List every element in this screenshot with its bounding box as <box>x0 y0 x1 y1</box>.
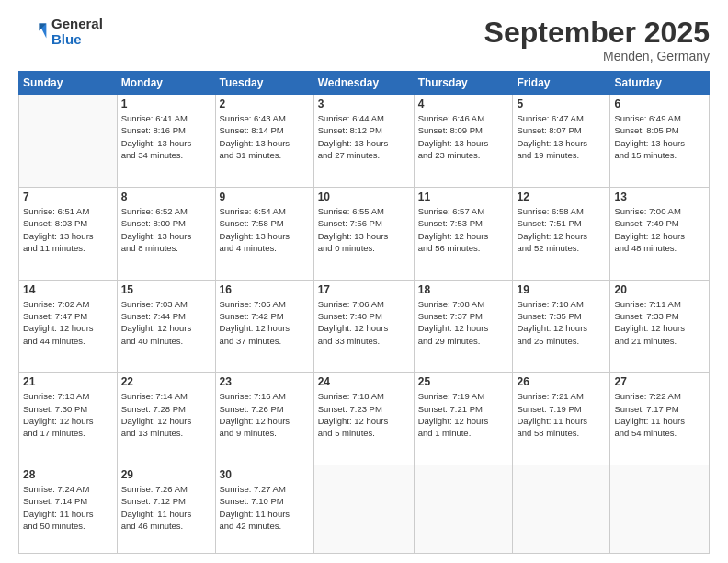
day-info: Sunrise: 7:02 AM Sunset: 7:47 PM Dayligh… <box>23 298 113 347</box>
day-number: 7 <box>23 190 113 203</box>
weekday-header-monday: Monday <box>117 72 215 95</box>
day-info: Sunrise: 7:24 AM Sunset: 7:14 PM Dayligh… <box>23 483 113 532</box>
day-number: 5 <box>517 98 606 110</box>
title-block: September 2025 Menden, Germany <box>484 17 710 63</box>
day-number: 1 <box>121 98 211 110</box>
calendar-cell: 5Sunrise: 6:47 AM Sunset: 8:07 PM Daylig… <box>513 95 610 188</box>
day-number: 19 <box>517 283 606 296</box>
calendar-cell: 2Sunrise: 6:43 AM Sunset: 8:14 PM Daylig… <box>215 95 313 188</box>
calendar-cell: 3Sunrise: 6:44 AM Sunset: 8:12 PM Daylig… <box>313 95 414 188</box>
day-info: Sunrise: 7:05 AM Sunset: 7:42 PM Dayligh… <box>220 298 310 347</box>
calendar-cell: 26Sunrise: 7:21 AM Sunset: 7:19 PM Dayli… <box>513 373 610 465</box>
calendar-cell: 11Sunrise: 6:57 AM Sunset: 7:53 PM Dayli… <box>414 187 513 280</box>
day-number: 17 <box>318 283 410 296</box>
calendar-cell <box>414 465 513 554</box>
calendar-cell: 22Sunrise: 7:14 AM Sunset: 7:28 PM Dayli… <box>117 373 215 465</box>
calendar-cell: 16Sunrise: 7:05 AM Sunset: 7:42 PM Dayli… <box>215 280 313 373</box>
day-number: 12 <box>517 190 606 203</box>
day-info: Sunrise: 7:16 AM Sunset: 7:26 PM Dayligh… <box>220 390 310 439</box>
calendar-cell: 14Sunrise: 7:02 AM Sunset: 7:47 PM Dayli… <box>19 280 118 373</box>
day-number: 15 <box>121 283 211 296</box>
calendar-cell: 19Sunrise: 7:10 AM Sunset: 7:35 PM Dayli… <box>513 280 610 373</box>
day-info: Sunrise: 6:41 AM Sunset: 8:16 PM Dayligh… <box>121 112 211 161</box>
day-number: 2 <box>220 98 310 110</box>
day-info: Sunrise: 7:19 AM Sunset: 7:21 PM Dayligh… <box>418 390 509 439</box>
day-info: Sunrise: 7:06 AM Sunset: 7:40 PM Dayligh… <box>318 298 410 347</box>
logo-text: General Blue <box>51 17 103 47</box>
calendar-cell: 29Sunrise: 7:26 AM Sunset: 7:12 PM Dayli… <box>117 465 215 554</box>
day-number: 29 <box>121 468 211 481</box>
header: General Blue September 2025 Menden, Germ… <box>18 17 710 63</box>
day-number: 30 <box>220 468 310 481</box>
weekday-header-thursday: Thursday <box>414 72 513 95</box>
calendar-cell: 27Sunrise: 7:22 AM Sunset: 7:17 PM Dayli… <box>610 373 710 465</box>
month-title: September 2025 <box>484 17 710 49</box>
day-number: 27 <box>614 375 705 388</box>
calendar-cell: 6Sunrise: 6:49 AM Sunset: 8:05 PM Daylig… <box>610 95 710 188</box>
weekday-header-wednesday: Wednesday <box>313 72 414 95</box>
logo-blue: Blue <box>51 32 103 48</box>
day-info: Sunrise: 7:26 AM Sunset: 7:12 PM Dayligh… <box>121 483 211 532</box>
calendar-cell <box>513 465 610 554</box>
day-number: 24 <box>318 375 410 388</box>
day-number: 13 <box>614 190 705 203</box>
day-info: Sunrise: 6:54 AM Sunset: 7:58 PM Dayligh… <box>220 205 310 254</box>
calendar-cell: 30Sunrise: 7:27 AM Sunset: 7:10 PM Dayli… <box>215 465 313 554</box>
day-number: 11 <box>418 190 509 203</box>
calendar-cell: 9Sunrise: 6:54 AM Sunset: 7:58 PM Daylig… <box>215 187 313 280</box>
calendar-cell: 20Sunrise: 7:11 AM Sunset: 7:33 PM Dayli… <box>610 280 710 373</box>
day-number: 28 <box>23 468 113 481</box>
day-number: 8 <box>121 190 211 203</box>
day-info: Sunrise: 6:52 AM Sunset: 8:00 PM Dayligh… <box>121 205 211 254</box>
day-info: Sunrise: 6:51 AM Sunset: 8:03 PM Dayligh… <box>23 205 113 254</box>
day-info: Sunrise: 6:47 AM Sunset: 8:07 PM Dayligh… <box>517 112 606 161</box>
day-info: Sunrise: 7:14 AM Sunset: 7:28 PM Dayligh… <box>121 390 211 439</box>
day-info: Sunrise: 7:11 AM Sunset: 7:33 PM Dayligh… <box>614 298 705 347</box>
day-number: 20 <box>614 283 705 296</box>
day-info: Sunrise: 7:13 AM Sunset: 7:30 PM Dayligh… <box>23 390 113 439</box>
weekday-header-friday: Friday <box>513 72 610 95</box>
day-number: 6 <box>614 98 705 110</box>
calendar-cell: 4Sunrise: 6:46 AM Sunset: 8:09 PM Daylig… <box>414 95 513 188</box>
calendar-cell: 24Sunrise: 7:18 AM Sunset: 7:23 PM Dayli… <box>313 373 414 465</box>
logo: General Blue <box>18 17 103 47</box>
day-info: Sunrise: 6:43 AM Sunset: 8:14 PM Dayligh… <box>220 112 310 161</box>
calendar-cell <box>610 465 710 554</box>
calendar-cell: 15Sunrise: 7:03 AM Sunset: 7:44 PM Dayli… <box>117 280 215 373</box>
day-info: Sunrise: 6:55 AM Sunset: 7:56 PM Dayligh… <box>318 205 410 254</box>
day-number: 16 <box>220 283 310 296</box>
weekday-header-tuesday: Tuesday <box>215 72 313 95</box>
day-info: Sunrise: 7:08 AM Sunset: 7:37 PM Dayligh… <box>418 298 509 347</box>
day-info: Sunrise: 7:03 AM Sunset: 7:44 PM Dayligh… <box>121 298 211 347</box>
calendar-cell: 10Sunrise: 6:55 AM Sunset: 7:56 PM Dayli… <box>313 187 414 280</box>
day-number: 9 <box>220 190 310 203</box>
day-number: 23 <box>220 375 310 388</box>
logo-icon <box>18 17 48 47</box>
calendar-cell: 8Sunrise: 6:52 AM Sunset: 8:00 PM Daylig… <box>117 187 215 280</box>
day-info: Sunrise: 7:10 AM Sunset: 7:35 PM Dayligh… <box>517 298 606 347</box>
day-info: Sunrise: 6:57 AM Sunset: 7:53 PM Dayligh… <box>418 205 509 254</box>
calendar-cell <box>313 465 414 554</box>
day-info: Sunrise: 6:44 AM Sunset: 8:12 PM Dayligh… <box>318 112 410 161</box>
calendar-cell: 25Sunrise: 7:19 AM Sunset: 7:21 PM Dayli… <box>414 373 513 465</box>
day-number: 14 <box>23 283 113 296</box>
calendar-cell: 12Sunrise: 6:58 AM Sunset: 7:51 PM Dayli… <box>513 187 610 280</box>
day-number: 3 <box>318 98 410 110</box>
calendar-cell: 13Sunrise: 7:00 AM Sunset: 7:49 PM Dayli… <box>610 187 710 280</box>
day-info: Sunrise: 7:22 AM Sunset: 7:17 PM Dayligh… <box>614 390 705 439</box>
day-info: Sunrise: 7:00 AM Sunset: 7:49 PM Dayligh… <box>614 205 705 254</box>
day-number: 21 <box>23 375 113 388</box>
calendar-cell: 18Sunrise: 7:08 AM Sunset: 7:37 PM Dayli… <box>414 280 513 373</box>
day-info: Sunrise: 6:46 AM Sunset: 8:09 PM Dayligh… <box>418 112 509 161</box>
day-info: Sunrise: 6:49 AM Sunset: 8:05 PM Dayligh… <box>614 112 705 161</box>
day-info: Sunrise: 7:18 AM Sunset: 7:23 PM Dayligh… <box>318 390 410 439</box>
day-number: 25 <box>418 375 509 388</box>
day-number: 4 <box>418 98 509 110</box>
day-number: 18 <box>418 283 509 296</box>
calendar-cell <box>19 95 118 188</box>
location: Menden, Germany <box>484 49 710 63</box>
weekday-header-sunday: Sunday <box>19 72 118 95</box>
weekday-header-saturday: Saturday <box>610 72 710 95</box>
day-number: 10 <box>318 190 410 203</box>
calendar-cell: 17Sunrise: 7:06 AM Sunset: 7:40 PM Dayli… <box>313 280 414 373</box>
